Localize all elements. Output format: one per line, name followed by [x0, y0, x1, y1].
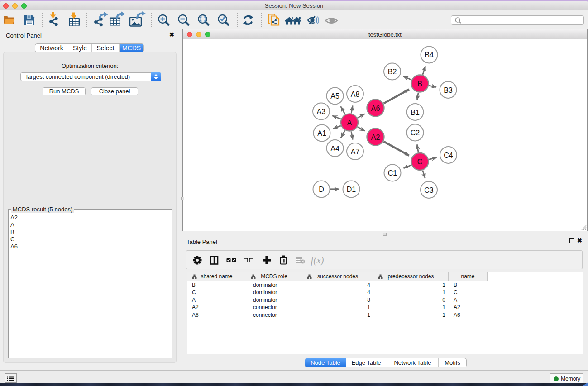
- svg-text:B: B: [417, 80, 422, 88]
- svg-text:A8: A8: [351, 91, 360, 98]
- svg-text:C: C: [417, 158, 423, 166]
- svg-text:A3: A3: [317, 108, 326, 115]
- svg-text:D1: D1: [347, 186, 356, 193]
- svg-text:A7: A7: [351, 148, 360, 156]
- svg-text:B2: B2: [388, 68, 397, 76]
- svg-text:C3: C3: [424, 186, 434, 194]
- svg-text:A1: A1: [317, 129, 326, 137]
- svg-text:C2: C2: [411, 129, 420, 137]
- svg-text:A6: A6: [371, 105, 380, 112]
- svg-text:A5: A5: [330, 92, 339, 100]
- svg-text:D: D: [319, 186, 324, 193]
- svg-text:B4: B4: [425, 51, 434, 59]
- svg-text:A4: A4: [330, 145, 339, 152]
- svg-text:f(x): f(x): [311, 255, 324, 266]
- svg-text:C1: C1: [388, 169, 397, 177]
- svg-text:B3: B3: [444, 86, 453, 94]
- svg-text:B1: B1: [411, 109, 420, 116]
- svg-text:C4: C4: [444, 152, 453, 159]
- svg-text:A: A: [347, 119, 352, 127]
- svg-text:A2: A2: [371, 133, 380, 141]
